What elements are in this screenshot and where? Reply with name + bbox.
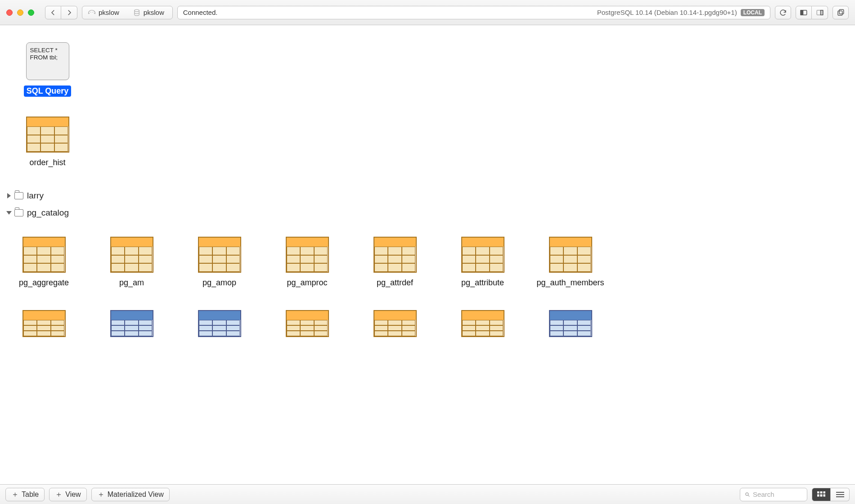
table-item[interactable] xyxy=(263,310,351,337)
table-icon xyxy=(286,237,329,273)
right-panel-toggle[interactable] xyxy=(812,6,828,19)
connection-status: Connected. xyxy=(183,9,218,16)
forward-button[interactable] xyxy=(61,6,77,19)
folder-icon xyxy=(14,192,23,199)
sql-query-thumb: SELECT * FROM tbl; xyxy=(26,42,69,80)
toolbar: pkslow pkslow Connected. PostgreSQL 10.1… xyxy=(0,0,855,25)
view-mode-buttons xyxy=(812,488,850,501)
view-icon xyxy=(198,310,241,337)
table-item[interactable] xyxy=(88,310,176,337)
table-item-label: pg_aggregate xyxy=(19,278,69,288)
svg-point-0 xyxy=(90,12,91,13)
list-view-button[interactable] xyxy=(831,488,850,501)
table-item-label: pg_attrdef xyxy=(377,278,413,288)
table-icon xyxy=(286,310,329,337)
add-matview-label: Materialized View xyxy=(108,490,164,499)
sql-query-label: SQL Query xyxy=(24,86,72,97)
folder-pg-catalog[interactable]: pg_catalog xyxy=(0,204,855,221)
table-icon xyxy=(110,237,153,273)
table-item[interactable] xyxy=(0,310,88,337)
svg-rect-16 xyxy=(824,495,825,496)
table-item[interactable] xyxy=(176,310,263,337)
table-item[interactable]: pg_attribute xyxy=(439,237,526,288)
catalog-grid: pg_aggregatepg_ampg_amoppg_amprocpg_attr… xyxy=(0,221,855,310)
breadcrumb-database-label: pkslow xyxy=(144,9,164,16)
add-table-label: Table xyxy=(22,490,39,499)
server-version: PostgreSQL 10.14 (Debian 10.14-1.pgdg90+… xyxy=(597,9,737,16)
table-item-label: pg_amproc xyxy=(287,278,327,288)
elephant-icon xyxy=(88,9,96,17)
table-icon xyxy=(22,310,66,337)
svg-rect-11 xyxy=(817,491,819,493)
back-button[interactable] xyxy=(45,6,61,19)
svg-rect-13 xyxy=(824,491,825,493)
svg-point-9 xyxy=(746,492,748,495)
add-view-label: View xyxy=(65,490,81,499)
nav-buttons xyxy=(45,6,77,19)
svg-rect-7 xyxy=(838,11,842,15)
status-bar: Connected. PostgreSQL 10.14 (Debian 10.1… xyxy=(177,6,770,19)
svg-rect-14 xyxy=(817,495,819,496)
table-icon xyxy=(22,237,66,273)
new-tab-button[interactable] xyxy=(832,6,849,19)
folder-label: pg_catalog xyxy=(27,208,69,218)
add-view-button[interactable]: ＋ View xyxy=(49,488,86,501)
table-icon xyxy=(549,237,592,273)
catalog-grid-row2 xyxy=(0,310,855,337)
table-icon xyxy=(461,310,504,337)
plus-icon: ＋ xyxy=(11,489,19,500)
content-area: SELECT * FROM tbl; SQL Query order_hist … xyxy=(0,25,855,484)
plus-icon: ＋ xyxy=(55,489,63,500)
reload-button[interactable] xyxy=(775,6,791,19)
table-item-label: pg_auth_members xyxy=(536,278,604,288)
svg-rect-4 xyxy=(801,10,803,15)
table-item-order-hist[interactable]: order_hist xyxy=(4,117,91,167)
table-item[interactable] xyxy=(526,310,614,337)
table-item[interactable]: pg_am xyxy=(88,237,176,288)
table-icon xyxy=(461,237,504,273)
add-table-button[interactable]: ＋ Table xyxy=(5,488,45,501)
left-panel-toggle[interactable] xyxy=(796,6,812,19)
breadcrumb-connection-label: pkslow xyxy=(99,9,119,16)
minimize-window-button[interactable] xyxy=(17,9,23,16)
breadcrumb-connection[interactable]: pkslow xyxy=(82,6,127,19)
folder-larry[interactable]: larry xyxy=(0,187,855,204)
table-item[interactable]: pg_amproc xyxy=(263,237,351,288)
view-icon xyxy=(110,310,153,337)
search-icon xyxy=(745,491,750,498)
breadcrumb: pkslow pkslow xyxy=(82,6,173,19)
table-icon xyxy=(26,117,69,153)
folder-icon xyxy=(14,209,23,216)
svg-rect-12 xyxy=(820,491,822,493)
table-item-label: pg_attribute xyxy=(461,278,504,288)
svg-rect-15 xyxy=(820,495,822,496)
view-icon xyxy=(549,310,592,337)
svg-line-10 xyxy=(748,495,750,496)
sql-query-item[interactable]: SELECT * FROM tbl; SQL Query xyxy=(4,42,91,97)
svg-rect-8 xyxy=(839,9,844,14)
search-field[interactable] xyxy=(740,488,807,501)
table-item[interactable] xyxy=(351,310,439,337)
table-item[interactable] xyxy=(439,310,526,337)
table-icon xyxy=(374,237,417,273)
table-item[interactable]: pg_amop xyxy=(176,237,263,288)
plus-icon: ＋ xyxy=(97,489,105,500)
table-icon xyxy=(374,310,417,337)
table-item-label: pg_amop xyxy=(202,278,236,288)
table-item[interactable]: pg_attrdef xyxy=(351,237,439,288)
table-item-label: pg_am xyxy=(119,278,144,288)
table-item[interactable]: pg_auth_members xyxy=(526,237,614,288)
grid-view-button[interactable] xyxy=(812,488,831,501)
zoom-window-button[interactable] xyxy=(28,9,34,16)
disclosure-triangle-icon xyxy=(7,193,11,198)
bottom-bar: ＋ Table ＋ View ＋ Materialized View xyxy=(0,484,855,504)
search-input[interactable] xyxy=(753,490,802,498)
window-controls xyxy=(6,9,34,16)
svg-point-2 xyxy=(135,9,140,12)
table-item[interactable]: pg_aggregate xyxy=(0,237,88,288)
svg-rect-6 xyxy=(820,10,823,15)
add-matview-button[interactable]: ＋ Materialized View xyxy=(91,488,170,501)
close-window-button[interactable] xyxy=(6,9,13,16)
breadcrumb-database[interactable]: pkslow xyxy=(127,6,172,19)
table-icon xyxy=(198,237,241,273)
